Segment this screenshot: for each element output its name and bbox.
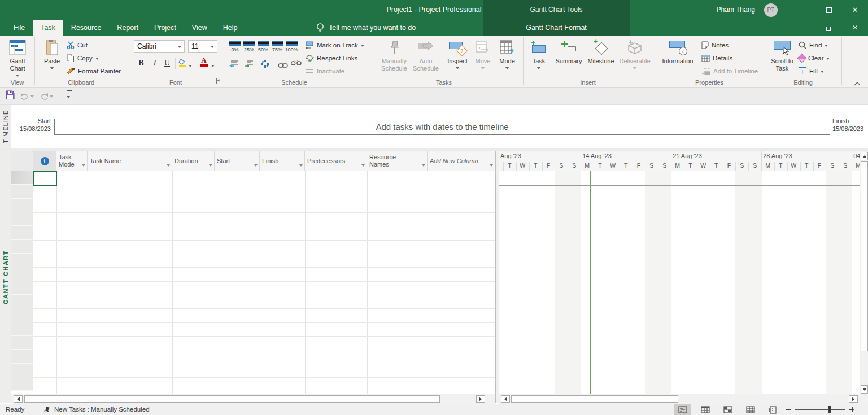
indent-task-button[interactable] xyxy=(244,60,254,70)
fill-button[interactable]: ↓ Fill xyxy=(799,65,824,77)
view-gantt-button[interactable] xyxy=(674,404,691,415)
row-header-6[interactable] xyxy=(11,240,33,254)
gantt-chart-pane-label-strip[interactable]: GANTT CHART xyxy=(0,151,11,403)
cut-button[interactable]: Cut xyxy=(67,40,88,51)
details-button[interactable]: Details xyxy=(701,53,732,64)
scrollbar-thumb[interactable] xyxy=(861,161,868,351)
notes-button[interactable]: Notes xyxy=(701,40,729,51)
scroll-left-button[interactable] xyxy=(501,395,510,403)
row-header-4[interactable] xyxy=(11,212,33,226)
column-header-task-mode[interactable]: Task Mode xyxy=(56,151,88,171)
view-team-planner-button[interactable] xyxy=(719,404,736,415)
close-document-button[interactable]: ✕ xyxy=(842,20,868,36)
progress-75%-button[interactable]: 75% xyxy=(271,41,284,53)
zoom-out-icon[interactable] xyxy=(786,409,791,410)
scroll-to-task-button[interactable]: Scroll to Task xyxy=(768,38,796,72)
row-header-15[interactable] xyxy=(11,364,33,377)
status-new-tasks[interactable]: New Tasks : Manually Scheduled xyxy=(54,406,150,413)
format-painter-button[interactable]: Format Painter xyxy=(67,65,121,77)
insert-milestone-button[interactable]: + Milestone xyxy=(585,38,617,65)
filter-caret-icon[interactable] xyxy=(209,164,212,168)
progress-50%-button[interactable]: 50% xyxy=(256,41,270,53)
find-button[interactable]: Find xyxy=(799,40,828,51)
scrollbar-thumb[interactable] xyxy=(511,395,678,403)
column-header-predecessors[interactable]: Predecessors xyxy=(305,151,367,171)
unlink-tasks-button[interactable] xyxy=(291,59,302,69)
row-header-5[interactable] xyxy=(11,226,33,239)
view-task-usage-button[interactable] xyxy=(697,404,714,415)
information-button[interactable]: i Information xyxy=(657,38,698,65)
filter-caret-icon[interactable] xyxy=(422,164,425,168)
restore-document-button[interactable] xyxy=(816,20,842,36)
row-header-14[interactable] xyxy=(11,350,33,363)
column-header-finish[interactable]: Finish xyxy=(260,151,305,171)
avatar[interactable]: PT xyxy=(764,3,778,17)
inspect-button[interactable]: ? Inspect xyxy=(445,38,470,73)
scrollbar-thumb[interactable] xyxy=(24,395,440,403)
column-header-duration[interactable]: Duration xyxy=(172,151,215,171)
tell-me-box[interactable]: Tell me what you want to do xyxy=(316,20,416,36)
clear-button[interactable]: Clear xyxy=(799,53,830,64)
chevron-down-icon[interactable] xyxy=(189,61,192,71)
progress-100%-button[interactable]: 100% xyxy=(285,41,298,53)
column-header-resource-names[interactable]: Resource Names xyxy=(367,151,428,171)
font-family-select[interactable]: Calibri xyxy=(134,40,185,53)
row-header-7[interactable] xyxy=(11,254,33,267)
tab-task[interactable]: Task xyxy=(33,20,63,36)
redo-button[interactable] xyxy=(40,92,53,100)
manually-schedule-button[interactable]: Manually Schedule xyxy=(380,38,409,72)
column-header-task-name[interactable]: Task Name xyxy=(88,151,172,171)
filter-caret-icon[interactable] xyxy=(299,164,303,168)
scroll-down-button[interactable] xyxy=(861,385,868,394)
gantt-chart-area[interactable]: Aug '23TWTFSS14 Aug '23MTWTFSS21 Aug '23… xyxy=(499,151,860,403)
scroll-right-button[interactable] xyxy=(849,395,858,403)
column-header-start[interactable]: Start xyxy=(215,151,260,171)
filter-caret-icon[interactable] xyxy=(490,164,493,168)
inactivate-button[interactable]: Inactivate xyxy=(305,65,344,77)
outdent-task-button[interactable] xyxy=(229,60,239,70)
insert-task-button[interactable]: + Task xyxy=(527,38,550,73)
save-button[interactable] xyxy=(6,90,15,102)
background-color-button[interactable] xyxy=(178,58,187,69)
row-header-3[interactable] xyxy=(11,199,33,212)
progress-0%-button[interactable]: 0% xyxy=(228,41,242,53)
customize-qat-button[interactable] xyxy=(67,90,72,102)
tab-resource[interactable]: Resource xyxy=(63,20,110,36)
timeline-pane-label-strip[interactable]: TIMELINE xyxy=(0,105,11,148)
italic-button[interactable]: I xyxy=(149,59,160,68)
tab-gantt-chart-format[interactable]: Gantt Chart Format xyxy=(483,20,630,36)
row-header-12[interactable] xyxy=(11,322,33,336)
paste-button[interactable]: Paste xyxy=(41,38,63,73)
filter-caret-icon[interactable] xyxy=(254,164,258,168)
timeline-pane[interactable]: TIMELINE Start 15/08/2023 Add tasks with… xyxy=(0,105,868,148)
move-button[interactable]: Move xyxy=(472,38,494,73)
tab-report[interactable]: Report xyxy=(109,20,146,36)
close-button[interactable]: ✕ xyxy=(842,0,868,20)
column-header-info[interactable]: i xyxy=(33,151,56,171)
row-header-1[interactable] xyxy=(11,171,33,185)
scroll-right-button[interactable] xyxy=(476,395,485,403)
row-header-16[interactable] xyxy=(11,377,33,391)
mark-on-track-button[interactable]: Mark on Track xyxy=(305,40,364,51)
filter-caret-icon[interactable] xyxy=(361,164,365,168)
table-hscrollbar[interactable] xyxy=(11,394,495,404)
auto-schedule-button[interactable]: Auto Schedule xyxy=(411,38,440,72)
respect-links-button[interactable]: Respect Links xyxy=(305,53,357,64)
row-header-11[interactable] xyxy=(11,308,33,322)
copy-button[interactable]: Copy xyxy=(67,53,99,64)
font-size-select[interactable]: 11 xyxy=(188,40,217,53)
zoom-thumb[interactable] xyxy=(828,406,831,413)
user-name[interactable]: Pham Thang xyxy=(717,0,756,20)
minimize-button[interactable] xyxy=(790,0,816,20)
filter-caret-icon[interactable] xyxy=(82,164,85,168)
progress-25%-button[interactable]: 25% xyxy=(242,41,256,53)
zoom-track[interactable] xyxy=(795,409,845,410)
mode-button[interactable]: ? Mode xyxy=(496,38,518,73)
maximize-button[interactable] xyxy=(816,0,842,20)
tab-file[interactable]: File xyxy=(6,20,33,36)
chart-hscrollbar[interactable] xyxy=(499,394,860,404)
scroll-up-button[interactable] xyxy=(861,152,868,160)
row-header-9[interactable] xyxy=(11,281,33,295)
underline-button[interactable]: U xyxy=(162,59,173,68)
add-to-timeline-button[interactable]: Add to Timeline xyxy=(701,65,758,77)
